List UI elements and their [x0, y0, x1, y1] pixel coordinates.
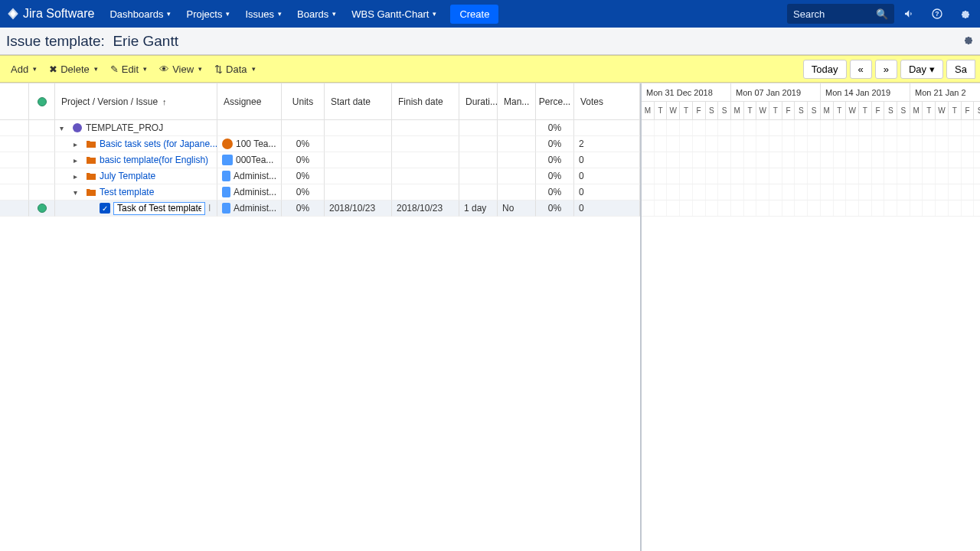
day-header[interactable]: T	[923, 102, 936, 120]
day-header[interactable]: W	[756, 102, 769, 120]
add-button[interactable]: Add▾	[5, 60, 43, 78]
gantt-row[interactable]	[642, 136, 980, 152]
table-row[interactable]: ✓ IAdminist...0%2018/10/232018/10/231 da…	[0, 201, 640, 217]
day-header[interactable]: W	[936, 102, 949, 120]
settings-icon[interactable]	[952, 2, 977, 26]
day-header[interactable]: S	[795, 102, 808, 120]
col-status[interactable]	[29, 83, 55, 120]
col-start[interactable]: Start date	[325, 83, 392, 120]
day-header[interactable]: S	[808, 102, 821, 120]
day-header[interactable]: S	[706, 102, 719, 120]
day-header[interactable]: W	[846, 102, 859, 120]
avatar-icon	[222, 203, 230, 214]
col-perc[interactable]: Perce...	[536, 83, 574, 120]
day-header[interactable]: T	[655, 102, 668, 120]
table-row[interactable]: ▸basic template(for English)000Tea...0%0…	[0, 152, 640, 168]
table-row[interactable]: ▾Test templateAdminist...0%0%0	[0, 184, 640, 201]
col-votes[interactable]: Votes	[574, 83, 640, 120]
day-header[interactable]: S	[718, 102, 731, 120]
week-header[interactable]: Mon 31 Dec 2018	[642, 83, 731, 102]
grid-panel: Project / Version / Issue↑ Assignee Unit…	[0, 83, 642, 551]
day-header[interactable]: T	[834, 102, 847, 120]
prev-button[interactable]: «	[850, 60, 872, 79]
col-man[interactable]: Man...	[498, 83, 536, 120]
gantt-row[interactable]	[642, 152, 980, 168]
gantt-row[interactable]	[642, 168, 980, 184]
cell-start	[325, 184, 392, 201]
delete-button[interactable]: ✖Delete▾	[43, 60, 104, 78]
nav-wbs-gantt[interactable]: WBS Gantt-Chart▾	[344, 0, 444, 28]
assignee-name: Administ...	[234, 203, 276, 214]
scale-button[interactable]: Day▾	[900, 60, 943, 79]
gantt-row[interactable]	[642, 201, 980, 217]
day-header[interactable]: M	[910, 102, 923, 120]
avatar-icon	[222, 139, 233, 149]
grid-header: Project / Version / Issue↑ Assignee Unit…	[0, 83, 640, 120]
jira-icon	[6, 7, 20, 21]
day-header[interactable]: F	[872, 102, 885, 120]
day-header[interactable]: T	[744, 102, 757, 120]
gantt-body[interactable]	[642, 120, 980, 551]
cell-man: No	[498, 201, 536, 217]
gantt-row[interactable]	[642, 184, 980, 201]
nav-dashboards[interactable]: Dashboards▾	[102, 0, 178, 28]
day-header[interactable]: M	[642, 102, 655, 120]
day-header[interactable]: M	[821, 102, 834, 120]
feedback-icon[interactable]	[897, 2, 922, 26]
collapse-icon[interactable]: ▾	[60, 124, 69, 132]
next-button[interactable]: »	[875, 60, 897, 79]
col-assignee[interactable]: Assignee	[217, 83, 282, 120]
week-header[interactable]: Mon 14 Jan 2019	[821, 83, 910, 102]
search-box[interactable]: 🔍	[787, 4, 894, 24]
cell-duration	[459, 184, 498, 201]
pencil-icon: ✎	[110, 64, 119, 75]
col-units[interactable]: Units	[282, 83, 325, 120]
cell-votes: 2	[574, 136, 640, 152]
gantt-row[interactable]	[642, 120, 980, 136]
day-header[interactable]: T	[680, 102, 693, 120]
task-name-input[interactable]	[113, 202, 205, 215]
jira-logo[interactable]: Jira Software	[3, 7, 102, 21]
day-header[interactable]: T	[859, 102, 872, 120]
search-input[interactable]	[793, 8, 876, 20]
col-finish[interactable]: Finish date	[392, 83, 459, 120]
save-button[interactable]: Sa	[946, 60, 975, 79]
cell-man	[498, 120, 536, 136]
page-settings-icon[interactable]	[962, 34, 974, 49]
expand-icon[interactable]: ▸	[74, 156, 83, 165]
cell-votes: 0	[574, 168, 640, 184]
main-content: Project / Version / Issue↑ Assignee Unit…	[0, 83, 980, 551]
day-header[interactable]: T	[949, 102, 962, 120]
day-header[interactable]: F	[693, 102, 706, 120]
day-header[interactable]: W	[667, 102, 680, 120]
col-duration[interactable]: Durati...	[459, 83, 498, 120]
edit-button[interactable]: ✎Edit▾	[104, 60, 153, 78]
day-header[interactable]: F	[782, 102, 795, 120]
nav-projects[interactable]: Projects▾	[178, 0, 237, 28]
table-row[interactable]: ▸Basic task sets (for Japane...100 Tea..…	[0, 136, 640, 152]
page-title: Issue template: Erie Gantt	[6, 33, 178, 50]
col-flag[interactable]	[0, 83, 29, 120]
nav-issues[interactable]: Issues▾	[237, 0, 289, 28]
day-header[interactable]: S	[897, 102, 910, 120]
create-button[interactable]: Create	[450, 5, 498, 24]
table-row[interactable]: ▸July TemplateAdminist...0%0%0	[0, 168, 640, 184]
help-icon[interactable]: ?	[925, 2, 949, 26]
view-button[interactable]: 👁View▾	[153, 60, 208, 78]
day-header[interactable]: S	[884, 102, 897, 120]
day-header[interactable]: F	[962, 102, 975, 120]
table-row[interactable]: ▾TEMPLATE_PROJ0%	[0, 120, 640, 136]
nav-boards[interactable]: Boards▾	[289, 0, 344, 28]
expand-icon[interactable]: ▸	[74, 140, 83, 148]
data-button[interactable]: ⇅Data▾	[208, 60, 261, 78]
week-header[interactable]: Mon 07 Jan 2019	[731, 83, 821, 102]
collapse-icon[interactable]: ▾	[74, 188, 83, 197]
cell-units	[282, 120, 325, 136]
day-header[interactable]: T	[769, 102, 782, 120]
expand-icon[interactable]: ▸	[74, 172, 83, 181]
today-button[interactable]: Today	[803, 60, 847, 79]
day-header[interactable]: S	[974, 102, 980, 120]
col-name[interactable]: Project / Version / Issue↑	[55, 83, 217, 120]
day-header[interactable]: M	[731, 102, 744, 120]
week-header[interactable]: Mon 21 Jan 2	[910, 83, 980, 102]
